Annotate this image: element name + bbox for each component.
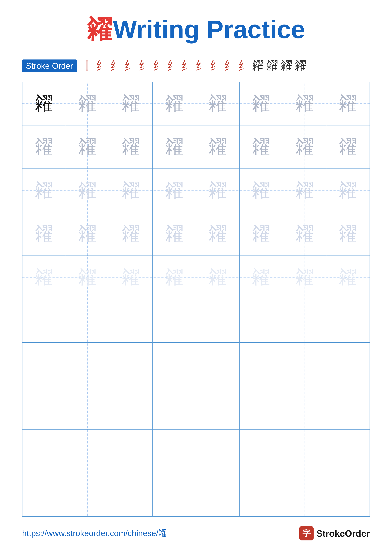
- grid-cell-8-4[interactable]: [153, 386, 196, 430]
- grid-cell-6-2[interactable]: [66, 299, 109, 343]
- stroke-2: 纟: [96, 59, 107, 72]
- grid-cell-7-3[interactable]: [109, 343, 153, 386]
- grid-row-9: [22, 430, 370, 473]
- grid-cell-9-5[interactable]: [196, 430, 240, 473]
- grid-cell-4-3[interactable]: 糴: [109, 212, 153, 256]
- grid-cell-2-6[interactable]: 糴: [240, 125, 283, 169]
- grid-cell-2-3[interactable]: 糴: [109, 125, 153, 169]
- grid-cell-3-3[interactable]: 糴: [109, 169, 153, 212]
- char-display: 糴: [35, 181, 53, 199]
- grid-cell-5-7[interactable]: 糴: [283, 256, 327, 299]
- grid-cell-5-6[interactable]: 糴: [240, 256, 283, 299]
- char-display: 糴: [339, 181, 357, 199]
- grid-cell-9-8[interactable]: [326, 430, 370, 473]
- grid-cell-1-2[interactable]: 糴: [66, 82, 109, 125]
- grid-cell-6-6[interactable]: [240, 299, 283, 343]
- grid-cell-4-4[interactable]: 糴: [153, 212, 196, 256]
- char-display: 糴: [122, 181, 140, 199]
- grid-cell-9-2[interactable]: [66, 430, 109, 473]
- stroke-10: 纟: [210, 59, 221, 72]
- grid-cell-3-5[interactable]: 糴: [196, 169, 240, 212]
- grid-cell-8-6[interactable]: [240, 386, 283, 430]
- grid-cell-5-2[interactable]: 糴: [66, 256, 109, 299]
- grid-cell-6-8[interactable]: [326, 299, 370, 343]
- grid-cell-1-3[interactable]: 糴: [109, 82, 153, 125]
- grid-cell-6-1[interactable]: [22, 299, 66, 343]
- grid-cell-8-5[interactable]: [196, 386, 240, 430]
- grid-cell-7-4[interactable]: [153, 343, 196, 386]
- grid-cell-10-5[interactable]: [196, 473, 240, 517]
- char-display: 糴: [165, 268, 183, 286]
- grid-cell-4-1[interactable]: 糴: [22, 212, 66, 256]
- grid-cell-1-8[interactable]: 糴: [326, 82, 370, 125]
- grid-cell-9-1[interactable]: [22, 430, 66, 473]
- char-display: 糴: [35, 138, 53, 156]
- grid-cell-5-3[interactable]: 糴: [109, 256, 153, 299]
- char-display: 糴: [122, 268, 140, 286]
- grid-cell-3-8[interactable]: 糴: [326, 169, 370, 212]
- grid-cell-6-4[interactable]: [153, 299, 196, 343]
- grid-cell-2-7[interactable]: 糴: [283, 125, 327, 169]
- grid-cell-1-1[interactable]: 糴: [22, 82, 66, 125]
- grid-cell-9-4[interactable]: [153, 430, 196, 473]
- grid-cell-5-4[interactable]: 糴: [153, 256, 196, 299]
- grid-cell-5-5[interactable]: 糴: [196, 256, 240, 299]
- grid-cell-3-2[interactable]: 糴: [66, 169, 109, 212]
- grid-cell-3-1[interactable]: 糴: [22, 169, 66, 212]
- grid-cell-10-2[interactable]: [66, 473, 109, 517]
- grid-cell-4-8[interactable]: 糴: [326, 212, 370, 256]
- grid-cell-8-1[interactable]: [22, 386, 66, 430]
- grid-cell-10-1[interactable]: [22, 473, 66, 517]
- grid-cell-6-7[interactable]: [283, 299, 327, 343]
- grid-cell-6-5[interactable]: [196, 299, 240, 343]
- grid-cell-3-7[interactable]: 糴: [283, 169, 327, 212]
- grid-cell-10-6[interactable]: [240, 473, 283, 517]
- grid-cell-7-2[interactable]: [66, 343, 109, 386]
- char-display: 糴: [252, 95, 270, 113]
- grid-cell-2-5[interactable]: 糴: [196, 125, 240, 169]
- grid-cell-4-5[interactable]: 糴: [196, 212, 240, 256]
- stroke-chars: 丨 纟 纟 纟 纟 纟 纟 纟 纟 纟 纟 纟 糴 糴 糴 糴: [82, 59, 309, 72]
- grid-cell-5-1[interactable]: 糴: [22, 256, 66, 299]
- grid-cell-10-8[interactable]: [326, 473, 370, 517]
- grid-cell-10-3[interactable]: [109, 473, 153, 517]
- grid-cell-10-4[interactable]: [153, 473, 196, 517]
- grid-cell-1-4[interactable]: 糴: [153, 82, 196, 125]
- grid-cell-9-7[interactable]: [283, 430, 327, 473]
- grid-cell-7-7[interactable]: [283, 343, 327, 386]
- grid-cell-9-6[interactable]: [240, 430, 283, 473]
- char-display: 糴: [209, 181, 227, 199]
- footer: https://www.strokeorder.com/chinese/糴 字 …: [22, 526, 370, 540]
- grid-cell-6-3[interactable]: [109, 299, 153, 343]
- grid-cell-2-2[interactable]: 糴: [66, 125, 109, 169]
- grid-cell-7-6[interactable]: [240, 343, 283, 386]
- grid-cell-5-8[interactable]: 糴: [326, 256, 370, 299]
- grid-cell-4-2[interactable]: 糴: [66, 212, 109, 256]
- grid-cell-3-4[interactable]: 糴: [153, 169, 196, 212]
- stroke-6: 纟: [153, 59, 164, 72]
- logo-icon: 字: [299, 526, 314, 540]
- grid-cell-2-4[interactable]: 糴: [153, 125, 196, 169]
- footer-url[interactable]: https://www.strokeorder.com/chinese/糴: [22, 528, 166, 539]
- grid-cell-8-7[interactable]: [283, 386, 327, 430]
- grid-cell-1-6[interactable]: 糴: [240, 82, 283, 125]
- grid-cell-10-7[interactable]: [283, 473, 327, 517]
- grid-cell-8-2[interactable]: [66, 386, 109, 430]
- grid-cell-1-5[interactable]: 糴: [196, 82, 240, 125]
- grid-row-1: 糴 糴 糴 糴 糴 糴 糴 糴: [22, 82, 370, 125]
- writing-grid: 糴 糴 糴 糴 糴 糴 糴 糴: [22, 82, 370, 517]
- grid-cell-9-3[interactable]: [109, 430, 153, 473]
- char-display: 糴: [296, 181, 314, 199]
- grid-cell-7-1[interactable]: [22, 343, 66, 386]
- grid-cell-2-8[interactable]: 糴: [326, 125, 370, 169]
- grid-cell-3-6[interactable]: 糴: [240, 169, 283, 212]
- grid-cell-2-1[interactable]: 糴: [22, 125, 66, 169]
- grid-cell-8-3[interactable]: [109, 386, 153, 430]
- grid-cell-8-8[interactable]: [326, 386, 370, 430]
- grid-cell-4-7[interactable]: 糴: [283, 212, 327, 256]
- grid-row-5: 糴 糴 糴 糴 糴 糴 糴 糴: [22, 256, 370, 299]
- grid-cell-7-5[interactable]: [196, 343, 240, 386]
- grid-cell-4-6[interactable]: 糴: [240, 212, 283, 256]
- grid-cell-1-7[interactable]: 糴: [283, 82, 327, 125]
- grid-cell-7-8[interactable]: [326, 343, 370, 386]
